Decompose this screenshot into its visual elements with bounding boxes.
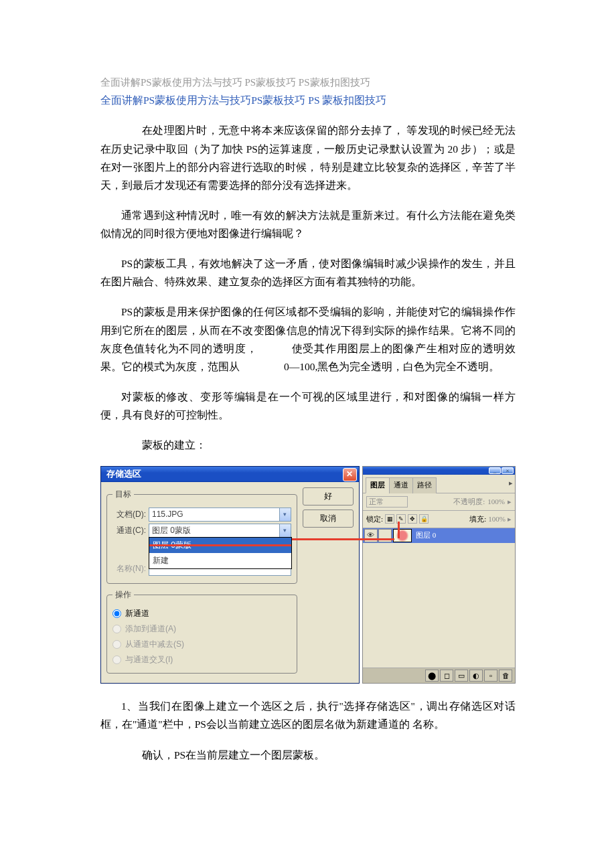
fx-icon[interactable]: ⬤ [425,670,439,682]
radio-intersect: 与通道交叉(I) [112,652,291,668]
radio-input [112,655,121,664]
paragraph-8: 确认，PS在当前层建立一个图层蒙板。 [100,746,516,764]
close-icon[interactable]: × [502,467,514,474]
radio-label: 添加到通道(A) [125,622,176,636]
paragraph-2: 通常遇到这种情况时，唯一有效的解决方法就是重新来过。有什么方法能在避免类似情况的… [100,206,516,242]
title-light: 全面讲解PS蒙板使用方法与技巧 PS蒙板技巧 PS蒙板扣图技巧 [100,74,516,91]
minimize-icon[interactable]: _ [489,467,501,474]
blend-mode-select[interactable]: 正常 [366,496,408,508]
dialog-titlebar: 存储选区 ✕ [101,467,359,482]
layer-thumbnail [393,529,412,542]
layer-name: 图层 0 [416,529,436,542]
paragraph-7: 1、当我们在图像上建立一个选区之后，执行"选择存储选区"，调出存储选区对话框，在… [100,697,516,733]
operation-legend: 操作 [112,588,134,602]
opacity-label: 不透明度: [453,495,485,508]
doc-value: 115.JPG [152,508,183,522]
save-selection-dialog: 存储选区 ✕ 目标 文档(D): 115.JPG ▾ 通道(C): [100,466,360,684]
tab-layers[interactable]: 图层 [366,477,390,493]
lock-row: 锁定: ▦ ✎ ✥ 🔒 填充: 100% ▸ [363,511,515,528]
layer-row[interactable]: 👁 图层 0 [363,528,515,543]
panel-bottom-bar: ⬤ ◻ ▭ ◐ ▫ 🗑 [363,668,515,683]
lock-all-icon[interactable]: 🔒 [419,514,429,524]
chevron-right-icon[interactable]: ▸ [508,495,512,508]
annotation-connector-up [398,522,400,538]
doc-label: 文档(D): [112,508,146,522]
p4c: 0—100,黑色为完全透明，白色为完全不透明。 [242,361,499,372]
chevron-down-icon[interactable]: ▾ [279,524,291,537]
blend-row: 正常 不透明度: 100% ▸ [363,493,515,511]
opacity-value: 100% [487,495,505,508]
radio-input [112,625,121,633]
dropdown-item-new[interactable]: 新建 [149,553,291,568]
layers-panel: _ × 图层 通道 路径 ▸ 正常 不透明度: 100% ▸ 锁定: ▦ ✎ ✥… [362,466,516,684]
radio-subtract: 从通道中减去(S) [112,637,291,652]
fill-value: 100% [488,513,506,526]
p1a: 在处理图片时，无意中将本来应该保留的部分去掉了， [142,125,404,136]
close-icon[interactable]: ✕ [343,468,357,481]
target-legend: 目标 [112,487,134,501]
annotation-underline [149,544,291,546]
trash-icon[interactable]: 🗑 [499,670,512,682]
adjustment-icon[interactable]: ◐ [469,670,483,682]
channel-value: 图层 0蒙版 [152,524,191,538]
dialog-title-text: 存储选区 [106,467,141,482]
doc-select[interactable]: 115.JPG ▾ [149,508,291,522]
new-layer-icon[interactable]: ▫ [484,670,497,682]
ok-button[interactable]: 好 [303,487,354,505]
panel-menu-icon[interactable]: ▸ [509,477,515,492]
paragraph-6: 蒙板的建立： [100,436,516,454]
screenshot-composite: 存储选区 ✕ 目标 文档(D): 115.JPG ▾ 通道(C): [100,466,516,684]
paragraph-3: PS的蒙板工具，有效地解决了这一矛盾，使对图像编辑时减少误操作的发生，并且在图片… [100,254,516,291]
fill-label: 填充: [469,513,486,526]
radio-label: 新通道 [125,607,149,621]
title-main: 全面讲解PS蒙板使用方法与技巧PS蒙板技巧 PS 蒙板扣图技巧 [100,91,516,109]
radio-label: 与通道交叉(I) [125,653,173,667]
lock-move-icon[interactable]: ✥ [408,514,417,524]
operation-fieldset: 操作 新通道 添加到通道(A) 从通道中减去(S) [106,588,297,674]
mask-icon[interactable]: ◻ [440,670,453,682]
tab-paths[interactable]: 路径 [412,477,437,493]
target-fieldset: 目标 文档(D): 115.JPG ▾ 通道(C): 图层 0蒙版 ▾ [106,487,297,584]
chevron-down-icon[interactable]: ▾ [279,508,291,521]
lock-label: 锁定: [366,513,383,526]
name-label: 名称(N): [112,562,146,576]
radio-input[interactable] [112,609,121,618]
paragraph-1: 在处理图片时，无意中将本来应该保留的部分去掉了， 等发现的时候已经无法在历史记录… [100,121,516,194]
lock-pixels-icon[interactable]: ▦ [385,514,394,524]
channel-dropdown: 图层 0蒙版 新建 [149,537,292,569]
panel-tabs: 图层 通道 路径 ▸ [363,475,515,493]
paragraph-4: PS的蒙板是用来保护图像的任何区域都不受编辑的影响，并能使对它的编辑操作作用到它… [100,303,516,376]
cancel-button[interactable]: 取消 [303,510,354,528]
tab-channels[interactable]: 通道 [389,477,413,493]
paragraph-5: 对蒙板的修改、变形等编辑是在一个可视的区域里进行，和对图像的编辑一样方便，具有良… [100,388,516,424]
chevron-right-icon[interactable]: ▸ [508,513,512,526]
folder-icon[interactable]: ▭ [455,670,468,682]
radio-input [112,640,121,649]
radio-new-channel[interactable]: 新通道 [112,606,291,621]
channel-select[interactable]: 图层 0蒙版 ▾ [149,524,291,538]
radio-label: 从通道中减去(S) [125,637,184,651]
radio-add: 添加到通道(A) [112,621,291,637]
channel-label: 通道(C): [112,524,146,538]
panel-titlebar: _ × [363,467,515,475]
